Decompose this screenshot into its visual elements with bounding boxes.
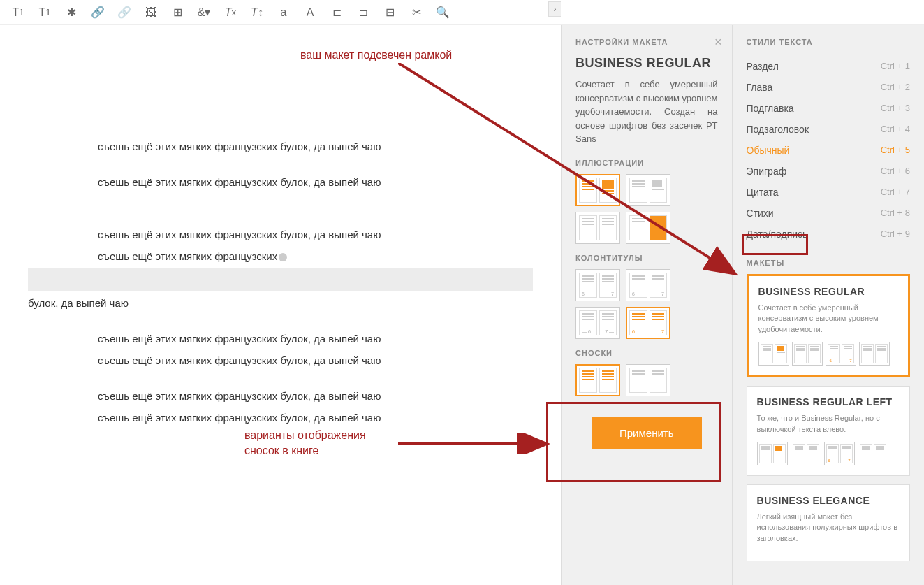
line-height-icon[interactable]: T↕ xyxy=(250,6,264,20)
templates-header: МАКЕТЫ xyxy=(747,259,910,267)
illustrations-label: ИЛЛЮСТРАЦИИ xyxy=(575,159,718,167)
header-option[interactable]: 67 xyxy=(575,269,620,301)
collapse-panel-icon[interactable]: › xyxy=(548,1,561,17)
image-icon[interactable]: 🖼 xyxy=(144,6,158,20)
heading-lower-icon[interactable]: T1 xyxy=(11,6,25,20)
special-char-icon[interactable]: &▾ xyxy=(197,6,211,20)
sample-line[interactable]: съешь ещё этих мягких французских булок,… xyxy=(98,351,533,370)
template-card-business-regular[interactable]: BUSINESS REGULAR Сочетает в себе умеренн… xyxy=(747,274,910,377)
toolbar: T1 T1 ✱ 🔗 🔗 🖼 ⊞ &▾ Tx T↕ a A ⊏ ⊐ ⊟ ✂ 🔍 xyxy=(0,0,924,25)
style-subchapter[interactable]: ПодглавкаCtrl + 3 xyxy=(747,98,910,119)
footnotes-label: СНОСКИ xyxy=(575,349,718,357)
sample-line[interactable]: булок, да выпей чаю xyxy=(28,294,533,312)
header-option[interactable]: — 67 — xyxy=(575,307,620,339)
template-title: BUSINESS REGULAR xyxy=(575,56,718,71)
headers-label: КОЛОНТИТУЛЫ xyxy=(575,254,718,262)
text-styles-panel: СТИЛИ ТЕКСТА РазделCtrl + 1 ГлаваCtrl + … xyxy=(733,25,924,585)
style-chapter[interactable]: ГлаваCtrl + 2 xyxy=(747,77,910,98)
header-option[interactable]: 67 xyxy=(626,307,670,339)
style-quote[interactable]: ЦитатаCtrl + 7 xyxy=(747,182,910,203)
indent-icon[interactable]: ⊟ xyxy=(383,6,397,20)
illustration-option[interactable] xyxy=(575,212,620,244)
illustration-option[interactable] xyxy=(626,174,670,206)
template-card-business-elegance[interactable]: BUSINESS ELEGANCE Легкий изящный макет б… xyxy=(747,484,910,561)
footnote-option[interactable] xyxy=(575,364,620,396)
sample-line[interactable]: съешь ещё этих мягких французских булок,… xyxy=(98,329,533,348)
asterisk-icon[interactable]: ✱ xyxy=(64,6,78,20)
sample-line[interactable]: съешь ещё этих мягких французских булок,… xyxy=(98,137,533,156)
illustration-options xyxy=(575,174,718,244)
right-panel: × НАСТРОЙКИ МАКЕТА BUSINESS REGULAR Соче… xyxy=(561,25,924,585)
layout-settings-panel: × НАСТРОЙКИ МАКЕТА BUSINESS REGULAR Соче… xyxy=(562,25,733,585)
apply-button[interactable]: Применить xyxy=(592,417,702,449)
editor-canvas[interactable]: съешь ещё этих мягких французских булок,… xyxy=(0,25,561,585)
sample-line[interactable]: съешь ещё этих мягких французских булок,… xyxy=(98,408,533,427)
align-left-block-icon[interactable]: ⊏ xyxy=(330,6,344,20)
link-icon[interactable]: 🔗 xyxy=(91,6,105,20)
style-section[interactable]: РазделCtrl + 1 xyxy=(747,56,910,77)
template-thumbs: 67 xyxy=(758,342,898,366)
settings-header: НАСТРОЙКИ МАКЕТА xyxy=(575,38,718,46)
search-icon[interactable]: 🔍 xyxy=(436,6,450,20)
clear-format-icon[interactable]: Tx xyxy=(223,6,237,20)
header-options: 67 67 — 67 — 67 xyxy=(575,269,718,339)
styles-header: СТИЛИ ТЕКСТА xyxy=(747,38,910,46)
font-icon[interactable]: A xyxy=(303,6,317,20)
align-right-block-icon[interactable]: ⊐ xyxy=(356,6,370,20)
sample-line[interactable]: съешь ещё этих мягких французских xyxy=(98,247,533,266)
illustration-option[interactable] xyxy=(626,212,670,244)
illustration-option[interactable] xyxy=(575,174,620,206)
style-list: РазделCtrl + 1 ГлаваCtrl + 2 ПодглавкаCt… xyxy=(747,56,910,245)
template-description: Сочетает в себе умеренный консерватизм с… xyxy=(575,78,718,146)
header-option[interactable]: 67 xyxy=(626,269,670,301)
style-subheading[interactable]: ПодзаголовокCtrl + 4 xyxy=(747,119,910,140)
heading-upper-icon[interactable]: T1 xyxy=(38,6,52,20)
style-date[interactable]: Дата/подписьCtrl + 9 xyxy=(747,224,910,245)
template-thumbs: 67 xyxy=(757,442,900,465)
style-poem[interactable]: СтихиCtrl + 8 xyxy=(747,203,910,224)
footnote-option[interactable] xyxy=(626,364,670,396)
underline-icon[interactable]: a xyxy=(277,6,291,20)
footnote-options xyxy=(575,364,718,396)
close-icon[interactable]: × xyxy=(714,35,722,50)
template-card-business-regular-left[interactable]: BUSINESS REGULAR LEFT То же, что и Busin… xyxy=(747,386,910,476)
main-area: съешь ещё этих мягких французских булок,… xyxy=(0,25,924,585)
unlink-icon[interactable]: 🔗 xyxy=(117,6,131,20)
sample-line[interactable]: съешь ещё этих мягких французских булок,… xyxy=(98,225,533,244)
highlighted-block[interactable] xyxy=(28,268,533,291)
style-epigraph[interactable]: ЭпиграфCtrl + 6 xyxy=(747,161,910,182)
cut-icon[interactable]: ✂ xyxy=(409,6,423,20)
style-normal[interactable]: ОбычныйCtrl + 5 xyxy=(747,140,910,161)
sample-line[interactable]: съешь ещё этих мягких французских булок,… xyxy=(98,173,533,192)
insert-block-icon[interactable]: ⊞ xyxy=(170,6,184,20)
sample-line[interactable]: съешь ещё этих мягких французских булок,… xyxy=(98,387,533,405)
